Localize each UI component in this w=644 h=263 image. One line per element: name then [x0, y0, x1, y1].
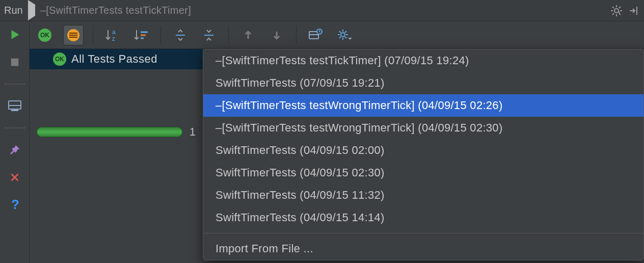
next-failed-button[interactable] — [266, 25, 287, 45]
hide-icon[interactable] — [628, 5, 640, 17]
svg-line-34 — [339, 31, 341, 33]
test-root-label: All Tests Passed — [71, 52, 157, 66]
collapse-all-button[interactable] — [199, 25, 219, 45]
test-toolbar: OK az — [30, 21, 644, 49]
expand-all-button[interactable] — [170, 25, 191, 45]
svg-line-37 — [345, 31, 346, 33]
sort-duration-button[interactable] — [131, 25, 151, 45]
history-item[interactable]: –[SwiftTimerTests testWrongTimerTick] (0… — [203, 94, 643, 117]
svg-rect-10 — [11, 59, 18, 66]
gutter: ? — [0, 21, 30, 263]
test-root-row[interactable]: OK All Tests Passed — [30, 49, 203, 69]
ok-icon: OK — [38, 29, 51, 42]
svg-point-0 — [614, 9, 619, 13]
run-tool-window: Run –[SwiftTimerTests testTickTimer] — [0, 0, 644, 263]
progress-area: 1 — [30, 125, 203, 139]
show-ignored-button[interactable] — [63, 25, 84, 45]
svg-line-35 — [345, 37, 346, 38]
layout-button[interactable] — [7, 98, 23, 114]
history-item[interactable]: SwiftTimerTests (04/09/15 02:30) — [203, 162, 643, 184]
svg-text:z: z — [112, 35, 115, 42]
show-passed-button[interactable]: OK — [35, 25, 55, 45]
stop-button[interactable] — [7, 54, 23, 70]
test-history-button[interactable] — [306, 25, 326, 45]
settings-icon[interactable] — [610, 5, 623, 17]
ignored-icon — [66, 28, 81, 42]
svg-line-5 — [612, 7, 614, 8]
svg-line-6 — [619, 13, 621, 15]
test-tree[interactable]: OK All Tests Passed 1 — [30, 49, 203, 263]
svg-line-8 — [619, 7, 621, 8]
svg-text:a: a — [112, 29, 116, 36]
sort-alpha-button[interactable]: az — [102, 25, 123, 45]
svg-rect-13 — [11, 110, 18, 111]
run-configuration-label: –[SwiftTimerTests testTickTimer] — [40, 5, 191, 16]
history-item[interactable]: SwiftTimerTests (07/09/15 19:21) — [203, 72, 643, 94]
svg-point-29 — [341, 33, 345, 37]
history-item[interactable]: SwiftTimerTests (04/09/15 02:00) — [203, 139, 643, 162]
help-button[interactable]: ? — [7, 197, 23, 213]
dropdown-separator — [203, 233, 643, 233]
history-dropdown: –[SwiftTimerTests testTickTimer] (07/09/… — [203, 49, 644, 260]
progress-bar — [37, 127, 182, 137]
run-play-icon — [28, 5, 35, 16]
titlebar: Run –[SwiftTimerTests testTickTimer] — [0, 0, 644, 21]
gutter-separator — [5, 84, 25, 85]
svg-line-7 — [612, 13, 614, 15]
history-item[interactable]: SwiftTimerTests (04/09/15 14:14) — [203, 206, 643, 229]
pin-button[interactable] — [7, 142, 23, 158]
progress-count: 1 — [190, 125, 196, 139]
history-item[interactable]: SwiftTimerTests (04/09/15 11:32) — [203, 184, 643, 206]
svg-line-36 — [339, 37, 341, 38]
close-button[interactable] — [7, 169, 23, 186]
prev-failed-button[interactable] — [238, 25, 258, 45]
test-options-button[interactable] — [334, 25, 355, 45]
window-title: Run — [4, 5, 23, 16]
import-from-file[interactable]: Import From File ... — [203, 238, 643, 260]
run-button[interactable] — [7, 27, 23, 43]
gutter-separator — [5, 127, 25, 128]
ok-icon: OK — [53, 52, 66, 66]
svg-text:?: ? — [11, 198, 19, 212]
history-item[interactable]: –[SwiftTimerTests testTickTimer] (07/09/… — [203, 49, 643, 72]
history-item[interactable]: –[SwiftTimerTests testWrongTimerTick] (0… — [203, 117, 643, 139]
